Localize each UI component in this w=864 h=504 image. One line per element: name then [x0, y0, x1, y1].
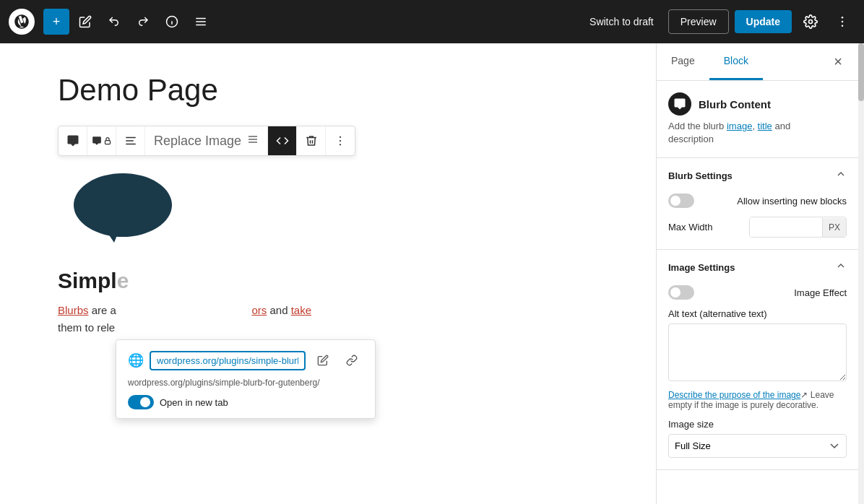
- edit-tool-button[interactable]: [72, 9, 98, 35]
- image-settings-title: Image Settings: [668, 262, 735, 273]
- blurb-image-link[interactable]: image: [727, 121, 752, 131]
- add-block-button[interactable]: +: [43, 9, 69, 35]
- image-settings-content: Image Effect Alt text (alternative text)…: [657, 285, 858, 469]
- speech-bubble-image: [65, 168, 181, 254]
- blurb-description: Blurbs are a ors and take them to rele: [58, 302, 598, 336]
- link-url-input[interactable]: [150, 351, 306, 370]
- update-button[interactable]: Update: [735, 10, 792, 33]
- svg-point-20: [74, 173, 172, 237]
- allow-inserting-toggle[interactable]: [668, 194, 694, 208]
- image-settings-header[interactable]: Image Settings: [657, 250, 858, 285]
- page-title: Demo Page: [58, 72, 598, 108]
- main-area: Demo Page Replace Image: [0, 43, 864, 504]
- max-width-label: Max Width: [668, 222, 712, 233]
- redo-button[interactable]: [130, 9, 156, 35]
- blurb-settings-title: Blurb Settings: [668, 170, 733, 181]
- sidebar: Page Block × Blurb Content Add the blurb…: [656, 43, 858, 504]
- info-button[interactable]: [159, 9, 185, 35]
- max-width-input-wrap: PX: [749, 217, 847, 238]
- top-bar-right: Switch to draft Preview Update: [581, 9, 855, 35]
- undo-button[interactable]: [101, 9, 127, 35]
- svg-rect-10: [105, 141, 110, 144]
- svg-point-17: [340, 136, 341, 138]
- max-width-row: Max Width PX: [668, 217, 847, 238]
- image-size-select[interactable]: Full Size Large Medium Thumbnail: [668, 434, 847, 458]
- image-effect-label: Image Effect: [794, 287, 847, 298]
- allow-inserting-row: Allow inserting new blocks: [668, 194, 847, 208]
- alt-text-hint-link[interactable]: Describe the purpose of the image: [668, 390, 800, 400]
- link-popup-top: 🌐: [128, 349, 363, 372]
- unlink-button[interactable]: [340, 349, 363, 372]
- tab-block[interactable]: Block: [709, 43, 763, 80]
- open-new-tab-toggle[interactable]: [128, 395, 154, 409]
- sidebar-close-button[interactable]: ×: [826, 51, 850, 74]
- settings-button[interactable]: [798, 9, 824, 35]
- more-options-button[interactable]: [829, 9, 855, 35]
- edit-link-button[interactable]: [311, 349, 334, 372]
- blurb-type-button[interactable]: [59, 126, 87, 155]
- top-bar: + Switch to draft Preview Update: [0, 0, 864, 43]
- allow-inserting-label: Allow inserting new blocks: [737, 196, 847, 207]
- editor-area: Demo Page Replace Image: [0, 43, 656, 504]
- open-new-tab-label: Open in new tab: [160, 397, 228, 408]
- svg-point-8: [842, 21, 844, 23]
- preview-button[interactable]: Preview: [668, 9, 729, 34]
- block-info-header: Blurb Content: [668, 92, 847, 116]
- blurb-settings-header[interactable]: Blurb Settings: [657, 158, 858, 194]
- ors-link[interactable]: ors: [251, 304, 267, 316]
- blurb-settings-section: Blurb Settings Allow inserting new block…: [657, 158, 858, 250]
- link-popup-display: wordpress.org/plugins/simple-blurb-for-g…: [128, 378, 363, 388]
- code-view-button[interactable]: [268, 126, 297, 155]
- image-settings-section: Image Settings Image Effect Alt text (al…: [657, 250, 858, 470]
- replace-image-group: Replace Image: [145, 126, 268, 155]
- svg-point-18: [340, 140, 341, 142]
- tab-page[interactable]: Page: [657, 43, 709, 80]
- image-effect-toggle[interactable]: [668, 285, 694, 300]
- link-popup-footer: Open in new tab: [128, 395, 363, 409]
- replace-image-label: Replace Image: [154, 134, 241, 149]
- max-width-unit: PX: [822, 218, 846, 237]
- block-info: Blurb Content Add the blurb image, title…: [657, 81, 858, 158]
- alt-text-label: Alt text (alternative text): [668, 308, 847, 319]
- max-width-input[interactable]: [750, 217, 822, 237]
- image-settings-collapse-icon: [835, 260, 847, 275]
- blurb-title: Simple: [58, 269, 598, 293]
- svg-point-7: [842, 17, 844, 19]
- blurb-settings-collapse-icon: [835, 168, 847, 183]
- blurb-title-link[interactable]: title: [758, 121, 772, 131]
- svg-point-6: [809, 20, 813, 24]
- image-size-label: Image size: [668, 419, 847, 430]
- switch-to-draft-button[interactable]: Switch to draft: [581, 10, 662, 33]
- blurb-settings-content: Allow inserting new blocks Max Width PX: [657, 194, 858, 249]
- blurbs-link[interactable]: Blurbs: [58, 304, 89, 316]
- block-description: Add the blurb image, title and Add the b…: [668, 120, 847, 146]
- scrollbar-thumb[interactable]: [858, 43, 864, 101]
- alt-text-input[interactable]: [668, 323, 847, 381]
- blurb-lock-button[interactable]: [87, 126, 116, 155]
- align-lines-icon: [247, 134, 259, 149]
- alt-text-section: Alt text (alternative text) Describe the…: [668, 308, 847, 410]
- wp-logo: [9, 9, 35, 35]
- block-name: Blurb Content: [699, 98, 771, 110]
- alt-text-hint-link-icon: ↗: [800, 390, 808, 400]
- link-popup: 🌐 wordpress.org/plugins/simple-blurb-for…: [116, 339, 376, 419]
- image-size-section: Image size Full Size Large Medium Thumbn…: [668, 419, 847, 458]
- block-more-button[interactable]: [326, 126, 355, 155]
- list-view-button[interactable]: [188, 9, 214, 35]
- image-effect-row: Image Effect: [668, 285, 847, 300]
- globe-icon: 🌐: [128, 352, 144, 368]
- alt-text-hint: Describe the purpose of the image↗ Leave…: [668, 390, 847, 410]
- delete-block-button[interactable]: [297, 126, 326, 155]
- block-toolbar: Replace Image: [58, 126, 355, 156]
- scrollbar-track: [858, 43, 864, 504]
- speech-bubble-container: [58, 168, 598, 254]
- svg-point-9: [842, 25, 844, 27]
- align-button[interactable]: [116, 126, 145, 155]
- block-icon: [668, 92, 691, 116]
- blurb-content: Simple Blurbs are a ors and take them to…: [58, 269, 598, 336]
- take-link[interactable]: take: [291, 304, 311, 316]
- sidebar-header: Page Block ×: [657, 43, 858, 81]
- svg-point-19: [340, 144, 341, 146]
